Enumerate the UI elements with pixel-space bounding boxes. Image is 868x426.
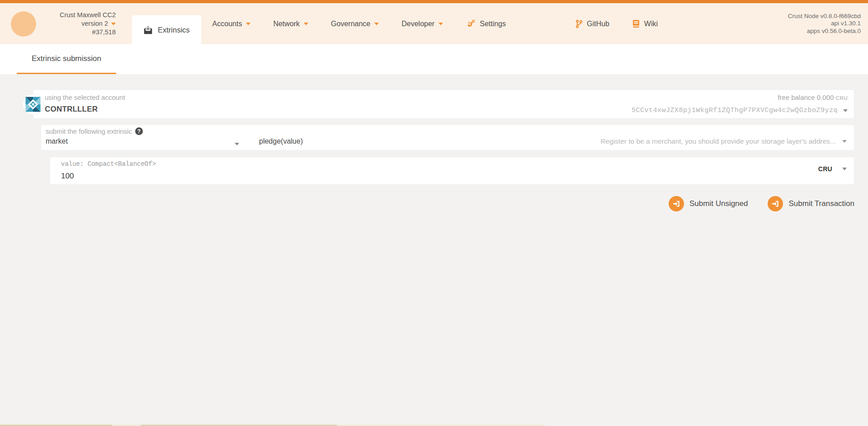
nav-label: Governance — [331, 20, 370, 28]
action-buttons: Submit Unsigned Submit Transaction — [0, 196, 854, 211]
module-value: market — [46, 137, 68, 145]
chain-version: version 2 — [81, 19, 108, 28]
tab-label: Extrinsics — [158, 26, 190, 34]
chevron-down-icon — [304, 23, 308, 25]
chevron-down-icon — [374, 23, 379, 25]
method-dropdown[interactable]: pledge(value) Register to be a merchant,… — [259, 127, 847, 146]
method-value: pledge(value) — [259, 137, 303, 145]
param-value-input[interactable] — [61, 172, 242, 181]
nav-item-developer[interactable]: Developer — [390, 3, 454, 44]
gears-icon — [466, 19, 476, 28]
link-wiki[interactable]: Wiki — [621, 3, 669, 44]
network-logo[interactable] — [11, 11, 36, 37]
account-address: 5CCvt4xwJZX8pj1WkgRf1ZQThgP7PXVCgw4c2wQG… — [632, 107, 838, 114]
help-icon[interactable]: ? — [135, 127, 143, 135]
chain-name: Crust Maxwell CC2 — [38, 11, 116, 19]
module-dropdown[interactable]: submit the following extrinsic ? market — [46, 127, 239, 146]
nav-label: Settings — [480, 20, 506, 28]
balance-label: free balance — [778, 94, 815, 101]
subtab-label: Extrinsic submission — [32, 54, 101, 63]
nav-item-governance[interactable]: Governance — [320, 3, 390, 44]
method-description: Register to be a merchant, you should pr… — [600, 137, 836, 145]
nav-item-accounts[interactable]: Accounts — [201, 3, 262, 44]
chevron-down-icon — [842, 168, 847, 170]
sign-in-icon — [768, 196, 783, 211]
param-value-row: value: Compact<BalanceOf> CRU — [50, 157, 854, 185]
link-label: GitHub — [587, 20, 609, 28]
api-version: api v1.30.1 — [788, 20, 861, 28]
external-links: GitHub Wiki — [564, 3, 669, 44]
chevron-down-icon — [111, 23, 116, 25]
extrinsic-picker: submit the following extrinsic ? market … — [41, 125, 854, 150]
code-branch-icon — [576, 19, 583, 28]
block-number: #37,518 — [38, 28, 116, 37]
button-label: Submit Transaction — [788, 199, 854, 208]
chevron-down-icon — [235, 143, 239, 145]
balance-unit: CRU — [836, 95, 848, 101]
link-github[interactable]: GitHub — [564, 3, 621, 44]
subtab-bar: Extrinsic submission — [0, 44, 868, 74]
app-header: Crust Maxwell CC2 version 2 #37,518 Extr… — [0, 3, 868, 44]
extrinsic-field-label: submit the following extrinsic — [46, 127, 132, 135]
chevron-down-icon — [439, 23, 443, 25]
account-name: CONTRLLLER — [45, 105, 125, 114]
node-version-info: Crust Node v0.8.0-f669cbd api v1.30.1 ap… — [788, 13, 861, 35]
page-content: using the selected account CONTRLLLER fr… — [0, 89, 868, 426]
button-label: Submit Unsigned — [689, 199, 748, 208]
nav-label: Network — [273, 20, 300, 28]
unit-dropdown[interactable]: CRU — [818, 165, 847, 173]
nav-label: Accounts — [212, 20, 242, 28]
account-field-label: using the selected account — [45, 94, 125, 101]
param-type-label: value: Compact<BalanceOf> — [61, 160, 818, 168]
free-balance: free balance 0.000 CRU — [778, 94, 848, 101]
chain-selector[interactable]: Crust Maxwell CC2 version 2 #37,518 — [38, 11, 116, 37]
book-icon — [632, 19, 640, 28]
apps-version: apps v0.56.0-beta.0 — [788, 28, 861, 35]
balance-value: 0.000 — [817, 94, 834, 101]
link-label: Wiki — [644, 20, 658, 28]
nav-item-network[interactable]: Network — [262, 3, 320, 44]
account-identicon — [22, 94, 44, 115]
chevron-down-icon — [842, 140, 847, 143]
main-nav: Accounts Network Governance Developer — [201, 3, 517, 44]
nav-item-settings[interactable]: Settings — [454, 3, 517, 44]
unit-value: CRU — [818, 165, 832, 173]
submit-transaction-button[interactable]: Submit Transaction — [768, 196, 854, 211]
sign-in-icon — [669, 196, 684, 211]
tab-extrinsics[interactable]: Extrinsics — [132, 15, 201, 44]
submit-unsigned-button[interactable]: Submit Unsigned — [669, 196, 748, 211]
account-selector[interactable]: using the selected account CONTRLLLER fr… — [33, 89, 854, 119]
nav-label: Developer — [401, 20, 434, 28]
envelope-open-text-icon — [143, 25, 153, 35]
chevron-down-icon — [843, 109, 848, 112]
chevron-down-icon — [246, 23, 250, 25]
subtab-extrinsic-submission[interactable]: Extrinsic submission — [17, 44, 116, 74]
top-accent-strip — [0, 0, 868, 3]
node-version: Crust Node v0.8.0-f669cbd — [788, 13, 861, 20]
